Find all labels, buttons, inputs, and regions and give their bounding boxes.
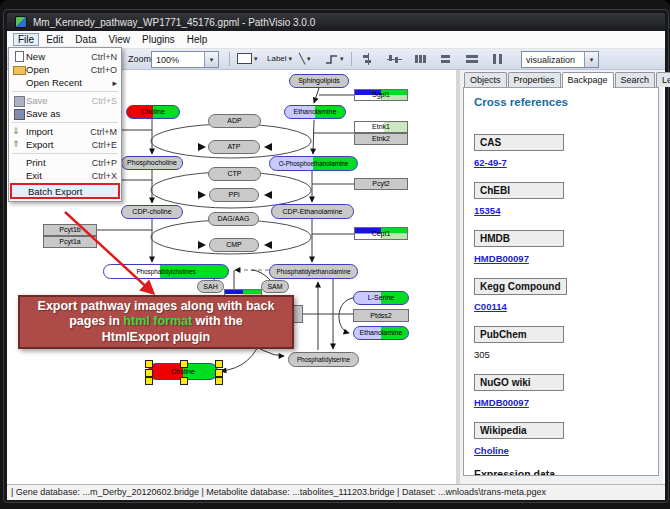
- align-center-vertical-button[interactable]: [385, 52, 403, 66]
- file-menu-item-save-as[interactable]: Save as: [9, 107, 121, 120]
- chevron-down-icon[interactable]: ▾: [584, 52, 598, 67]
- new-document-icon: [12, 51, 26, 62]
- visualization-combobox[interactable]: visualization ▾: [521, 51, 599, 68]
- side-panel-tabs: ObjectsPropertiesBackpageSearchLegend: [464, 72, 670, 87]
- xref-link[interactable]: HMDB00097: [474, 397, 648, 408]
- file-menu-item-open[interactable]: OpenCtrl+O: [9, 63, 121, 76]
- blank-icon: [12, 170, 26, 181]
- zoom-label: Zoom:: [128, 54, 154, 64]
- align-center-x-icon: [360, 52, 376, 66]
- node-o-phosphoethanolamine[interactable]: O-Phosphoethanolamine: [269, 156, 358, 171]
- node-sphingolipids[interactable]: Sphingolipids: [289, 74, 349, 88]
- file-menu-item-batch-export[interactable]: Batch Export: [10, 183, 120, 199]
- xref-link[interactable]: HMDB00097: [474, 253, 648, 264]
- node-ptdss2[interactable]: Ptdss2: [353, 309, 409, 322]
- selection-handle[interactable]: [180, 360, 188, 368]
- submenu-arrow-icon: ▸: [112, 78, 117, 88]
- node-ctp[interactable]: CTP: [208, 167, 261, 181]
- node-pcyt1b[interactable]: Pcyt1b: [43, 224, 97, 236]
- chevron-down-icon[interactable]: ▾: [204, 52, 218, 67]
- expression-data-heading: Expression data: [474, 468, 648, 476]
- align-center-y-icon: [386, 52, 402, 66]
- match-height-button[interactable]: [489, 52, 507, 66]
- file-menu-item-exit[interactable]: ExitCtrl+X: [9, 169, 121, 182]
- node-etnk1[interactable]: Etnk1: [354, 121, 408, 133]
- menubar-item-edit[interactable]: Edit: [41, 33, 68, 46]
- file-menu-item-new[interactable]: NewCtrl+N: [9, 50, 121, 63]
- node-cmp[interactable]: CMP: [209, 238, 259, 252]
- file-menu-item-import[interactable]: ImportCtrl+M: [9, 125, 121, 138]
- new-label-button[interactable]: Label ▾: [265, 51, 294, 66]
- align-center-horizontal-button[interactable]: [359, 52, 377, 66]
- app-icon: [15, 16, 27, 28]
- selection-handle[interactable]: [215, 360, 223, 368]
- menu-separator: [12, 153, 118, 154]
- selection-handle[interactable]: [145, 360, 153, 368]
- menu-item-shortcut: Ctrl+M: [90, 127, 117, 137]
- selection-handle[interactable]: [145, 369, 153, 377]
- new-datanode-button[interactable]: ▾: [235, 51, 260, 66]
- xref-link[interactable]: 62-49-7: [474, 157, 648, 168]
- node-cdp-choline[interactable]: CDP-choline: [121, 205, 183, 219]
- tab-legend[interactable]: Legend: [656, 72, 670, 87]
- xref-link[interactable]: C00114: [474, 301, 648, 312]
- zoom-combobox[interactable]: 100% ▾: [151, 51, 219, 68]
- new-connector-button[interactable]: ▾: [323, 51, 346, 66]
- blank-icon: [14, 186, 28, 197]
- selection-handle[interactable]: [145, 377, 153, 385]
- callout-text: pages in: [69, 314, 123, 328]
- menu-item-label: Import: [26, 126, 90, 137]
- file-menu-item-open-recent[interactable]: Open Recent▸: [9, 76, 121, 89]
- node-sgpl1[interactable]: Sgpl1: [354, 89, 408, 101]
- xref-link[interactable]: Choline: [474, 445, 648, 456]
- node-ppi[interactable]: PPi: [209, 188, 259, 202]
- node-sah[interactable]: SAH: [197, 280, 224, 293]
- distribute-vertical-button[interactable]: [437, 52, 455, 66]
- node-choline-top[interactable]: Choline: [126, 105, 180, 119]
- node-phosphocholine[interactable]: Phosphocholine: [121, 156, 183, 170]
- xref-link[interactable]: 15354: [474, 205, 648, 216]
- selection-handle[interactable]: [215, 369, 223, 377]
- xref-source-header: CAS: [474, 134, 564, 151]
- node-etnk2[interactable]: Etnk2: [354, 133, 408, 145]
- tab-backpage[interactable]: Backpage: [562, 72, 614, 88]
- node-sam[interactable]: SAM: [261, 280, 289, 293]
- tab-objects[interactable]: Objects: [464, 72, 507, 87]
- node-atp[interactable]: ATP: [208, 140, 260, 154]
- xref-source-header: Kegg Compound: [474, 278, 567, 295]
- menubar-item-data[interactable]: Data: [70, 33, 101, 46]
- node-adp[interactable]: ADP: [208, 114, 261, 128]
- node-dag-aag[interactable]: DAG/AAG: [208, 212, 259, 226]
- menubar-item-file[interactable]: File: [13, 33, 39, 46]
- selection-handle[interactable]: [180, 377, 188, 385]
- toolbar-separator: [351, 52, 352, 66]
- tab-search[interactable]: Search: [615, 72, 656, 87]
- node-ethanolamine-top[interactable]: Ethanolamine: [284, 105, 346, 119]
- node-pcyt1a[interactable]: Pcyt1a: [43, 236, 97, 248]
- menu-item-shortcut: Ctrl+X: [92, 171, 117, 181]
- xref-section-nugo-wiki: NuGO wikiHMDB00097: [474, 374, 648, 408]
- menubar-item-plugins[interactable]: Plugins: [137, 33, 180, 46]
- node-phosphatidylcholines[interactable]: Phosphatidylcholines: [103, 264, 229, 279]
- file-menu-item-print[interactable]: PrintCtrl+P: [9, 156, 121, 169]
- xref-source-header: HMDB: [474, 230, 564, 247]
- node-cept1[interactable]: Cept1: [354, 227, 408, 240]
- node-phosphatidylethanolamine[interactable]: Phosphatidylethanolamine: [269, 264, 358, 279]
- menu-item-shortcut: Ctrl+S: [92, 96, 117, 106]
- blank-icon: [12, 157, 26, 168]
- match-width-button[interactable]: [463, 52, 481, 66]
- node-phosphatidylserine[interactable]: Phosphatidylserine: [288, 352, 359, 367]
- menubar-item-help[interactable]: Help: [182, 33, 213, 46]
- node-pcyt2[interactable]: Pcyt2: [354, 178, 408, 190]
- menu-item-label: Save as: [26, 108, 117, 119]
- selection-handle[interactable]: [215, 377, 223, 385]
- file-menu-item-export[interactable]: ExportCtrl+E: [9, 138, 121, 151]
- distribute-horizontal-button[interactable]: [411, 52, 429, 66]
- node-ethanolamine-bottom[interactable]: Ethanolamine: [353, 326, 409, 340]
- new-line-button[interactable]: ╲ ▾: [297, 51, 313, 66]
- node-l-serine[interactable]: L-Serine: [353, 291, 409, 305]
- file-menu-item-save[interactable]: SaveCtrl+S: [9, 94, 121, 107]
- node-cdp-ethanolamine[interactable]: CDP-Ethanolamine: [271, 204, 354, 219]
- menubar-item-view[interactable]: View: [103, 33, 135, 46]
- tab-properties[interactable]: Properties: [508, 72, 561, 87]
